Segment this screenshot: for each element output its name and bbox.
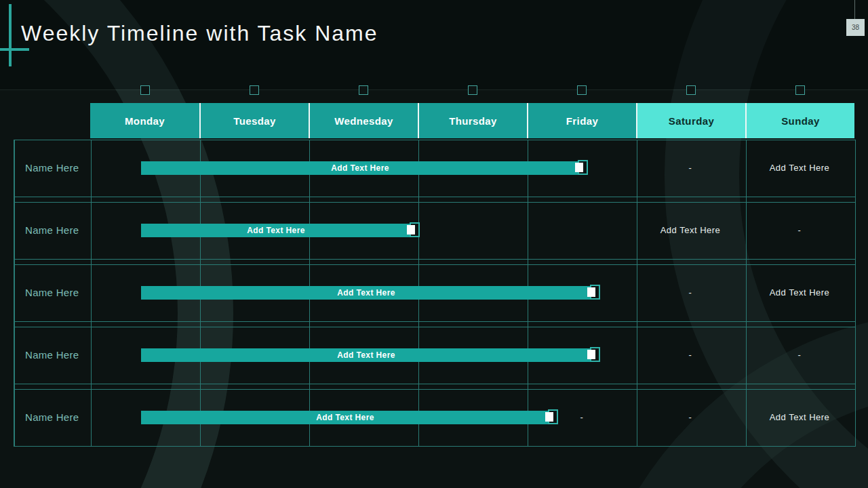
gantt-bar[interactable]: Add Text Here [141, 348, 591, 362]
gantt-bar-end-marker [590, 347, 600, 362]
task-name-label[interactable]: Name Here [25, 264, 79, 321]
cell-value-sunday[interactable]: Add Text Here [770, 389, 830, 446]
cell-value-sunday[interactable]: - [798, 202, 802, 259]
cell-value-saturday[interactable]: - [689, 389, 692, 446]
accent-cross-vertical [9, 4, 12, 66]
weekday-header-row: Monday Tuesday Wednesday Thursday Friday… [90, 103, 854, 138]
page-number-badge: 38 [846, 19, 865, 36]
cell-value-saturday[interactable]: - [689, 327, 692, 384]
task-row: Name Here Add Text Here - - Add Text Her… [0, 389, 868, 446]
gantt-bar[interactable]: Add Text Here [141, 161, 579, 175]
accent-cross-horizontal [0, 48, 29, 51]
gantt-bar-end-marker [548, 409, 558, 424]
column-marker-square [795, 85, 805, 95]
gantt-bar-end-marker [578, 160, 588, 175]
column-marker-square [686, 85, 696, 95]
column-marker-square [468, 85, 477, 95]
gantt-bar-label[interactable]: Add Text Here [337, 350, 395, 360]
task-name-label[interactable]: Name Here [25, 140, 79, 197]
column-marker-baseline [0, 89, 868, 90]
cell-value-sunday[interactable]: - [798, 327, 802, 384]
header-cell-tuesday: Tuesday [199, 103, 309, 138]
gantt-bar-label[interactable]: Add Text Here [331, 163, 389, 173]
header-cell-friday: Friday [527, 103, 636, 138]
cell-value-saturday[interactable]: Add Text Here [660, 202, 721, 259]
gantt-bar-label[interactable]: Add Text Here [316, 413, 374, 422]
cell-value-sunday[interactable]: Add Text Here [770, 140, 830, 197]
header-cell-saturday: Saturday [636, 103, 745, 138]
column-marker-square [140, 85, 150, 95]
page-title: Weekly Timeline with Task Name [21, 21, 631, 46]
gantt-bar-end-marker [590, 285, 600, 300]
task-row: Name Here Add Text Here - Add Text Here [0, 264, 868, 321]
gantt-bar[interactable]: Add Text Here [141, 224, 411, 237]
header-cell-thursday: Thursday [418, 103, 527, 138]
task-row: Name Here Add Text Here - Add Text Here [0, 140, 868, 197]
task-row: Name Here Add Text Here Add Text Here - [0, 202, 868, 259]
cell-value-sunday[interactable]: Add Text Here [770, 264, 830, 321]
cell-value-friday[interactable]: - [580, 389, 584, 446]
column-marker-square [577, 85, 587, 95]
gantt-bar-label[interactable]: Add Text Here [337, 288, 395, 298]
gantt-bar[interactable]: Add Text Here [141, 286, 591, 300]
header-cell-wednesday: Wednesday [309, 103, 418, 138]
column-marker-square [359, 85, 368, 95]
task-name-label[interactable]: Name Here [25, 327, 79, 384]
gantt-bar-label[interactable]: Add Text Here [247, 226, 305, 235]
gantt-bar[interactable]: Add Text Here [141, 411, 549, 424]
task-name-label[interactable]: Name Here [25, 389, 79, 446]
cell-value-saturday[interactable]: - [689, 264, 692, 321]
column-marker-square [250, 85, 259, 95]
gantt-bar-end-marker [410, 222, 420, 237]
header-cell-sunday: Sunday [745, 103, 854, 138]
slide-background: Weekly Timeline with Task Name 38 Monday… [0, 0, 868, 488]
page-number-line [854, 0, 855, 19]
task-row: Name Here Add Text Here - - [0, 327, 868, 384]
header-cell-monday: Monday [90, 103, 199, 138]
cell-value-saturday[interactable]: - [689, 140, 692, 197]
task-name-label[interactable]: Name Here [25, 202, 79, 259]
